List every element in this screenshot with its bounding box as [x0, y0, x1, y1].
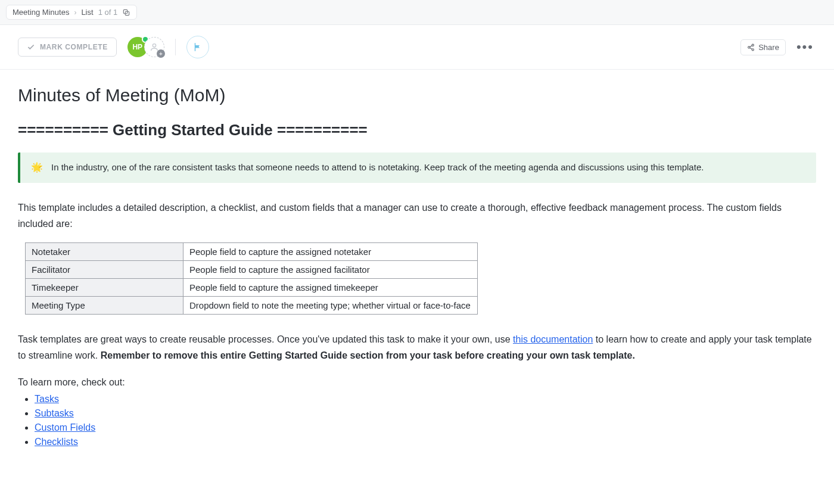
more-menu-button[interactable]: ••• [794, 39, 816, 55]
check-icon [27, 43, 35, 51]
svg-line-7 [750, 48, 752, 49]
avatar-initials: HP [132, 43, 142, 51]
field-name: Facilitator [26, 260, 183, 278]
template-paragraph: Task templates are great ways to create … [18, 331, 816, 363]
table-row: Meeting Type Dropdown field to note the … [26, 296, 478, 314]
task-content: Minutes of Meeting (MoM) ========== Gett… [0, 70, 834, 475]
add-assignee-button[interactable]: + [144, 37, 164, 57]
field-desc: People field to capture the assigned tim… [183, 278, 478, 296]
callout-text: In the industry, one of the rare consist… [51, 161, 704, 175]
guide-heading: ========== Getting Started Guide =======… [18, 121, 816, 139]
template-para-pre: Task templates are great ways to create … [18, 334, 513, 344]
breadcrumb[interactable]: Meeting Minutes › List 1 of 1 [6, 5, 137, 20]
list-item: Custom Fields [35, 422, 816, 433]
top-bar: Meeting Minutes › List 1 of 1 [0, 0, 834, 25]
table-row: Facilitator People field to capture the … [26, 260, 478, 278]
share-button[interactable]: Share [740, 39, 786, 55]
field-desc: Dropdown field to note the meeting type;… [183, 296, 478, 314]
list-item: Tasks [35, 394, 816, 405]
field-name: Timekeeper [26, 278, 183, 296]
breadcrumb-parent[interactable]: Meeting Minutes [13, 8, 69, 17]
svg-point-2 [153, 44, 155, 47]
list-item: Subtasks [35, 408, 816, 419]
divider [175, 39, 176, 55]
mark-complete-button[interactable]: MARK COMPLETE [18, 38, 117, 57]
breadcrumb-view[interactable]: List [81, 8, 93, 17]
learn-more-label: To learn more, check out: [18, 374, 816, 390]
learn-more-list: Tasks Subtasks Custom Fields Checklists [35, 394, 816, 447]
assignee-cluster: HP + [127, 37, 164, 57]
svg-point-4 [748, 46, 750, 48]
custom-fields-table: Notetaker People field to capture the as… [25, 242, 478, 315]
priority-flag-button[interactable] [186, 36, 209, 58]
task-title[interactable]: Minutes of Meeting (MoM) [18, 85, 816, 105]
breadcrumb-count: 1 of 1 [98, 8, 118, 17]
callout-box: 🌟 In the industry, one of the rare consi… [18, 153, 816, 183]
list-item: Checklists [35, 437, 816, 447]
field-desc: People field to capture the assigned fac… [183, 260, 478, 278]
share-label: Share [758, 43, 779, 52]
learn-link-checklists[interactable]: Checklists [35, 437, 78, 447]
table-row: Notetaker People field to capture the as… [26, 242, 478, 260]
learn-link-subtasks[interactable]: Subtasks [35, 408, 74, 418]
field-name: Meeting Type [26, 296, 183, 314]
learn-link-tasks[interactable]: Tasks [35, 394, 59, 404]
learn-link-custom-fields[interactable]: Custom Fields [35, 422, 95, 433]
flag-icon [192, 42, 203, 52]
svg-point-5 [752, 48, 754, 50]
documentation-link[interactable]: this documentation [513, 334, 593, 344]
field-desc: People field to capture the assigned not… [183, 242, 478, 260]
task-toolbar: MARK COMPLETE HP + Share ••• [0, 25, 834, 70]
svg-point-3 [752, 44, 754, 46]
share-icon [747, 43, 755, 51]
intro-paragraph: This template includes a detailed descri… [18, 200, 816, 232]
svg-line-6 [750, 45, 752, 46]
copy-icon[interactable] [122, 8, 130, 17]
chevron-right-icon: › [74, 8, 76, 17]
star-icon: 🌟 [31, 161, 43, 173]
template-para-bold: Remember to remove this entire Getting S… [101, 350, 635, 360]
plus-icon: + [157, 49, 165, 58]
table-row: Timekeeper People field to capture the a… [26, 278, 478, 296]
field-name: Notetaker [26, 242, 183, 260]
mark-complete-label: MARK COMPLETE [40, 43, 108, 51]
